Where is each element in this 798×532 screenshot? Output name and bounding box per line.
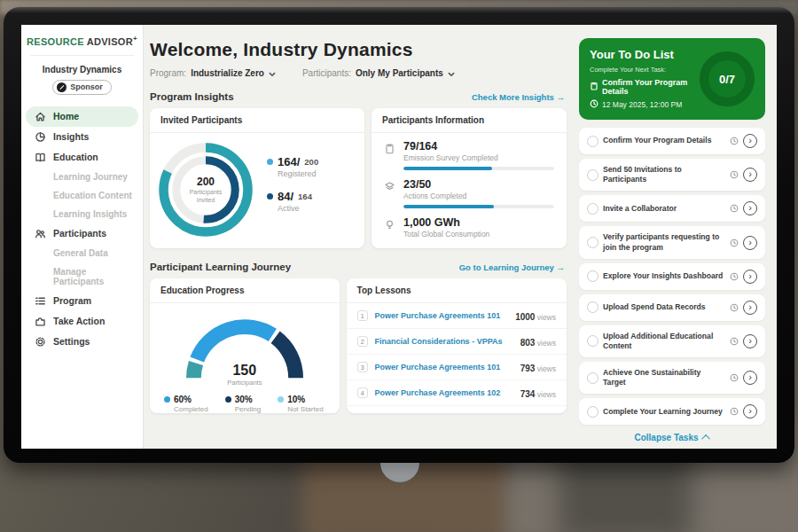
task-checkbox[interactable] — [587, 406, 598, 418]
participants-value: Only My Participants — [356, 68, 443, 78]
education-body: 150 Participants 60% Completed — [150, 303, 340, 413]
participants-count: 150 — [167, 363, 323, 379]
sidebar-item-participants[interactable]: Participants — [21, 223, 143, 244]
lesson-link[interactable]: Financial Considerations - VPPAs — [375, 337, 520, 346]
task-checkbox[interactable] — [587, 136, 598, 147]
task-clock-icon — [730, 337, 739, 346]
lesson-row[interactable]: 4 Power Purchase Agreements 102 734 view… — [347, 379, 567, 405]
education-gauge-chart: 150 Participants — [167, 307, 323, 390]
sidebar-item-settings[interactable]: Settings — [21, 332, 143, 352]
sidebar-item-manage-participants[interactable]: Manage Participants — [21, 262, 143, 291]
page-title: Welcome, Industry Dynamics — [150, 39, 567, 60]
go-to-learning-journey-link[interactable]: Go to Learning Journey → — [459, 262, 565, 272]
task-row[interactable]: Confirm Your Program Details › — [579, 128, 765, 154]
sidebar-item-home[interactable]: Home — [26, 106, 138, 127]
task-checkbox[interactable] — [587, 335, 598, 347]
info-row-actions: 23/50 Actions Completed — [384, 178, 554, 208]
sidebar-item-program[interactable]: Program — [21, 291, 143, 311]
task-row[interactable]: Achieve One Sustainability Target › — [579, 362, 765, 394]
sidebar-item-learning-insights[interactable]: Learning Insights — [21, 205, 143, 223]
lesson-link[interactable]: Power Purchase Agreements 101 — [375, 363, 520, 372]
chevron-up-icon — [701, 434, 710, 443]
task-chevron-button[interactable]: › — [743, 236, 757, 250]
task-checkbox[interactable] — [587, 301, 598, 313]
program-insights-header: Program Insights Check More Insights → — [150, 91, 565, 102]
consumption-label: Total Global Consumption — [403, 230, 554, 239]
todo-summary-card: Your To Do List Complete Your Next Task:… — [579, 38, 765, 120]
task-chevron-button[interactable]: › — [743, 301, 757, 315]
legend-completed: 60% Completed — [164, 395, 208, 413]
gauge-completed-segment — [197, 327, 272, 360]
lesson-row[interactable]: 5 Power Purchase Agreements 103 600 view… — [347, 405, 567, 413]
task-chevron-button[interactable]: › — [743, 134, 757, 148]
todo-panel: Your To Do List Complete Your Next Task:… — [575, 25, 777, 449]
invited-body: 200 Participants Invited 164/200 — [150, 133, 364, 246]
task-row[interactable]: Send 50 Invitations to Participants › — [579, 159, 765, 191]
task-row[interactable]: Invite a Collaborator › — [579, 195, 765, 222]
task-chevron-button[interactable]: › — [743, 404, 757, 419]
sidebar-item-label: Participants — [53, 228, 106, 239]
sidebar-item-label: Settings — [53, 336, 90, 347]
sidebar-item-general-data[interactable]: General Data — [21, 244, 143, 262]
sidebar-item-label: Program — [53, 295, 91, 306]
lesson-row[interactable]: 3 Power Purchase Agreements 101 793 view… — [347, 354, 567, 379]
todo-subtitle: Complete Your Next Task: — [590, 66, 700, 74]
invited-participants-card: Invited Participants 200 — [150, 108, 364, 248]
org-name: Industry Dynamics — [21, 65, 143, 74]
task-chevron-button[interactable]: › — [743, 201, 757, 215]
sidebar-item-learning-journey[interactable]: Learning Journey — [21, 168, 143, 186]
top-lessons-card: Top Lessons 1 Power Purchase Agreements … — [347, 278, 567, 413]
task-checkbox[interactable] — [587, 270, 598, 282]
task-chevron-button[interactable]: › — [743, 371, 757, 385]
sidebar-item-take-action[interactable]: Take Action — [21, 311, 143, 332]
puzzle-icon — [35, 316, 46, 327]
section-title: Participant Learning Journey — [150, 262, 291, 272]
chevron-down-icon — [448, 70, 455, 77]
task-chevron-button[interactable]: › — [743, 168, 757, 182]
lesson-rank: 4 — [357, 387, 368, 398]
task-row[interactable]: Upload Additional Educational Content › — [579, 325, 765, 357]
check-more-insights-link[interactable]: Check More Insights → — [472, 92, 565, 102]
task-checkbox[interactable] — [587, 372, 598, 384]
participants-count-label: Participants — [167, 379, 323, 387]
task-row[interactable]: Explore Your Insights Dashboard › — [579, 263, 765, 290]
home-icon — [35, 111, 46, 122]
sidebar-item-education[interactable]: Education — [21, 147, 143, 168]
sponsor-badge[interactable]: Sponsor — [52, 80, 112, 95]
arrow-right-icon: → — [557, 262, 566, 272]
collapse-tasks-link[interactable]: Collapse Tasks — [579, 433, 765, 442]
participants-dropdown[interactable]: Participants: Only My Participants — [302, 68, 455, 78]
brand-secondary: ADVISOR — [87, 36, 133, 47]
task-checkbox[interactable] — [587, 203, 598, 215]
task-row[interactable]: Complete Your Learning Journey › — [579, 398, 765, 425]
brand-primary: RESOURCE — [27, 36, 84, 47]
program-dropdown[interactable]: Program: Industrialize Zero — [150, 68, 276, 78]
lesson-link[interactable]: Power Purchase Agreements 102 — [375, 388, 520, 397]
survey-label: Emission Survey Completed — [403, 153, 554, 162]
task-row[interactable]: Verify participants requesting to join t… — [579, 226, 765, 258]
task-row[interactable]: Upload Spend Data Records › — [579, 294, 765, 321]
task-clock-icon — [730, 272, 739, 281]
dashboard-screen: RESOURCE ADVISOR+ Industry Dynamics Spon… — [21, 25, 777, 449]
sidebar-item-education-content[interactable]: Education Content — [21, 186, 143, 205]
task-clock-icon — [730, 170, 739, 179]
lesson-link[interactable]: Power Purchase Agreements 101 — [375, 311, 516, 320]
list-icon — [35, 295, 46, 307]
task-chevron-button[interactable]: › — [743, 270, 757, 284]
task-checkbox[interactable] — [587, 237, 598, 248]
clock-icon — [590, 99, 598, 110]
task-chevron-button[interactable]: › — [743, 334, 757, 348]
lesson-row[interactable]: 1 Power Purchase Agreements 101 1000 vie… — [347, 303, 567, 328]
legend-registered: 164/200 Registered — [267, 155, 318, 178]
education-legend: 60% Completed 30% Pending 10% Not Starte… — [155, 390, 334, 413]
actions-value: 23/50 — [403, 178, 554, 191]
program-label: Program: — [150, 68, 186, 78]
monitor-bezel: RESOURCE ADVISOR+ Industry Dynamics Spon… — [4, 7, 794, 463]
chevron-down-icon — [269, 70, 276, 77]
task-clock-icon — [730, 407, 739, 416]
task-checkbox[interactable] — [587, 169, 598, 181]
info-row-survey: 79/164 Emission Survey Completed — [384, 140, 554, 170]
insights-cards: Invited Participants 200 — [150, 108, 567, 248]
lesson-row[interactable]: 2 Financial Considerations - VPPAs 803 v… — [347, 328, 567, 354]
sidebar-item-insights[interactable]: Insights — [21, 127, 143, 147]
